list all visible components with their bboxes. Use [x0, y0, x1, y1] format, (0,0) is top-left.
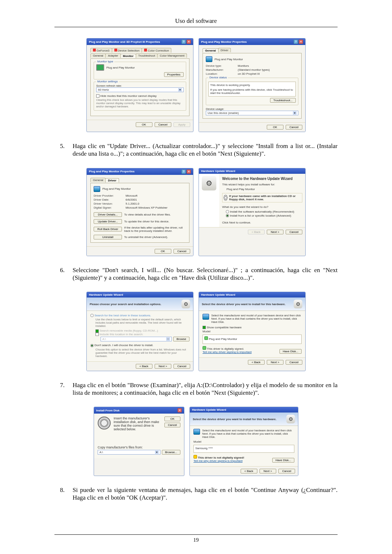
update-driver-button[interactable]: Update Driver...	[94, 219, 122, 224]
tab-monitor[interactable]: Monitor	[121, 54, 136, 58]
signing-link[interactable]: Tell me why driver signing is important	[203, 350, 252, 354]
unsigned-text: This driver is not digitally signed!	[198, 456, 244, 459]
ok-button[interactable]: OK	[267, 125, 283, 130]
device-usage-select[interactable]: Use this device (enable)▾	[206, 111, 298, 115]
monitor-icon	[96, 64, 104, 71]
cancel-button[interactable]: Cancel	[286, 360, 302, 365]
troubleshoot-button[interactable]: Troubleshoot...	[270, 98, 296, 103]
radio-search[interactable]	[90, 314, 94, 317]
next-button[interactable]: Next >	[155, 364, 171, 369]
next-button[interactable]: Next >	[267, 360, 283, 365]
next-button[interactable]: Next >	[260, 469, 276, 473]
driver-details-button[interactable]: Driver Details...	[94, 212, 122, 217]
help-icon[interactable]: ?	[181, 169, 186, 174]
close-icon[interactable]: ×	[299, 40, 303, 44]
chevron-down-icon[interactable]: ▾	[178, 88, 182, 91]
path-select: A:\▾	[101, 337, 172, 341]
driver-version-label: Driver Version:	[94, 202, 123, 205]
wizard-head: Select the device driver you want to ins…	[202, 303, 286, 306]
cancel-button[interactable]: Cancel	[155, 122, 171, 127]
cancel-button[interactable]: Cancel	[164, 423, 180, 427]
cancel-button[interactable]: Cancel	[173, 249, 190, 254]
device-properties-general-dialog: Plug and Play Monitor Properties ?× Gene…	[199, 38, 306, 132]
wizard-device: Plug and Play Monitor	[226, 188, 302, 191]
wizard-icon: ⚙	[181, 300, 190, 308]
tab-color-mgmt[interactable]: Color Management	[157, 53, 187, 58]
close-icon[interactable]: ×	[187, 169, 191, 174]
properties-button[interactable]: Properties	[164, 72, 184, 77]
wizard-welcome-title: Welcome to the Hardware Update Wizard	[222, 177, 302, 181]
divider	[54, 27, 338, 27]
copy-path-select[interactable]: A:\▾	[98, 450, 160, 455]
model-list[interactable]: Plug and Play Monitor	[203, 335, 302, 344]
cancel-button[interactable]: Cancel	[286, 125, 302, 130]
step-7: 7. Haga clic en el botón "Browse (Examin…	[54, 381, 338, 397]
step-8: 8. Si puede ver la siguiente ventana de …	[54, 486, 338, 502]
radio-dont-search[interactable]	[90, 344, 94, 347]
chevron-down-icon[interactable]: ▾	[155, 451, 159, 454]
cancel-button[interactable]: Cancel	[278, 469, 295, 473]
radio-dont-search-label: Don't search. I will choose the driver t…	[94, 344, 153, 347]
tab-adapter[interactable]: Adapter	[105, 53, 121, 58]
cancel-button[interactable]: Cancel	[286, 230, 302, 234]
have-disk-button[interactable]: Have Disk...	[272, 458, 294, 463]
radio-list-install[interactable]	[226, 214, 229, 217]
wizard-icon: ⚙	[202, 176, 216, 190]
driver-provider-label: Driver Provider:	[94, 194, 123, 197]
rollback-driver-button[interactable]: Roll Back Driver	[94, 227, 122, 231]
have-disk-button[interactable]: Have Disk...	[279, 349, 302, 354]
close-icon[interactable]: ×	[177, 408, 182, 413]
device-icon	[203, 314, 209, 320]
help-icon[interactable]: ?	[294, 40, 298, 44]
device-name: Plug and Play Monitor	[215, 58, 243, 61]
back-button[interactable]: < Back	[248, 360, 265, 365]
signed-icon	[204, 336, 208, 340]
tab-general[interactable]: General	[90, 178, 106, 182]
tab-driver[interactable]: Driver	[218, 48, 231, 52]
tab-general[interactable]: General	[90, 53, 106, 58]
checkbox-include-location	[95, 333, 99, 336]
tab-driver[interactable]: Driver	[105, 178, 119, 182]
back-button[interactable]: < Back	[241, 469, 257, 473]
show-compatible-checkbox[interactable]	[203, 326, 206, 329]
checkbox-removable-label: Search removable media (floppy, CD-ROM..…	[99, 329, 158, 332]
monitor-settings-label: Monitor settings	[96, 80, 119, 83]
driver-version-value: 5.1.2001.0	[126, 202, 139, 205]
divider	[54, 534, 338, 535]
next-button[interactable]: Next >	[267, 230, 283, 234]
location-value: on 3D Prophet III	[238, 72, 260, 75]
back-button[interactable]: < Back	[136, 364, 152, 369]
ok-button[interactable]: OK	[136, 122, 152, 127]
ok-button[interactable]: OK	[155, 249, 171, 254]
signed-icon	[203, 346, 206, 350]
model-list[interactable]: Samsung ****	[193, 445, 294, 453]
manufacturer-label: Manufacturer:	[206, 68, 235, 71]
close-icon[interactable]: ×	[187, 40, 191, 44]
browse-button[interactable]: Browse...	[162, 450, 180, 455]
tab-color-correction[interactable]: Color Correction	[142, 48, 171, 53]
signing-link[interactable]: Tell me why driver signing is important	[193, 459, 244, 463]
tab-general[interactable]: General	[203, 48, 219, 53]
wizard-select-driver: Hardware Update Wizard Select the device…	[199, 292, 306, 371]
dialog-title: Hardware Update Wizard	[192, 408, 226, 411]
checkbox-include-location-label: Include this location in the search:	[99, 333, 143, 336]
chevron-down-icon[interactable]: ▾	[293, 111, 297, 115]
back-button: < Back	[248, 230, 265, 234]
wizard-continue-hint: Click Next to continue.	[222, 221, 302, 224]
tab-geforce3[interactable]: GeForce3	[90, 48, 112, 53]
tab-troubleshoot[interactable]: Troubleshoot	[136, 53, 158, 58]
radio-auto-install[interactable]	[226, 210, 229, 213]
hide-modes-checkbox[interactable]	[96, 94, 99, 98]
radio-search-label: Search for the best driver in these loca…	[94, 314, 151, 317]
dialog-title: Plug and Play Monitor and 3D Prophet III…	[89, 40, 160, 44]
model-header: Model	[203, 330, 302, 333]
device-name: Plug and Play Monitor	[102, 187, 131, 190]
uninstall-driver-button[interactable]: Uninstall	[94, 235, 122, 239]
help-icon[interactable]: ?	[181, 40, 186, 44]
ok-button[interactable]: OK	[164, 416, 180, 421]
tab-device-selection[interactable]: Device Selection	[112, 48, 142, 53]
refresh-rate-select[interactable]: 60 Hertz▾	[96, 87, 184, 92]
cancel-button[interactable]: Cancel	[173, 364, 190, 369]
rollback-driver-hint: If the device fails after updating the d…	[124, 226, 186, 233]
checkbox-removable	[95, 329, 99, 333]
